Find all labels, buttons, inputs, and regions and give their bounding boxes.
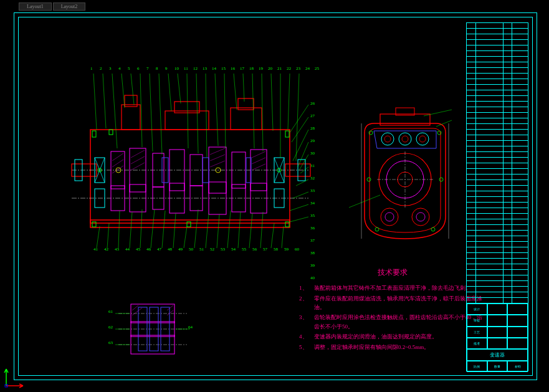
tab-layout1[interactable]: Layout1 xyxy=(19,2,52,11)
side-section-view xyxy=(343,105,467,248)
svg-line-91 xyxy=(299,155,308,170)
svg-point-128 xyxy=(416,133,429,145)
parts-list-row xyxy=(467,146,528,152)
svg-line-106 xyxy=(194,209,198,248)
svg-line-64 xyxy=(93,74,97,130)
parts-list-row xyxy=(467,186,528,191)
svg-point-123 xyxy=(385,213,394,221)
parts-list-row xyxy=(467,107,528,113)
parts-list-row xyxy=(467,287,528,292)
svg-line-89 xyxy=(293,130,308,161)
callout-number: 26 xyxy=(310,101,315,106)
svg-rect-5 xyxy=(165,111,209,130)
svg-line-100 xyxy=(130,212,132,248)
callout-number: 18 xyxy=(249,66,254,71)
callout-number: 2 xyxy=(100,66,102,71)
svg-point-127 xyxy=(399,133,411,145)
callout-number: 9 xyxy=(165,66,168,71)
svg-line-33 xyxy=(112,166,123,173)
callout-number: 36 xyxy=(310,226,315,231)
callout-number: 1 xyxy=(90,66,93,71)
svg-line-40 xyxy=(252,151,265,158)
callout-number: 34 xyxy=(310,201,315,206)
svg-line-99 xyxy=(118,211,120,248)
svg-line-35 xyxy=(131,156,145,164)
parts-list-row xyxy=(467,281,528,287)
callout-number: 27 xyxy=(310,113,315,118)
callout-number: 11 xyxy=(184,66,188,71)
callout-number: 49 xyxy=(178,247,183,252)
callout-number: 31 xyxy=(310,163,315,168)
svg-line-114 xyxy=(282,226,284,248)
svg-line-113 xyxy=(271,223,274,248)
parts-list-row xyxy=(467,203,528,208)
svg-line-95 xyxy=(290,204,308,211)
callout-number: 6 xyxy=(137,66,140,71)
callout-number: 44 xyxy=(125,247,130,252)
callout-number: 25 xyxy=(315,66,319,71)
callout-number: 58 xyxy=(274,247,278,252)
svg-line-81 xyxy=(252,74,254,148)
drawing-frame-inner: 1234567891011121314151617181920212223242… xyxy=(18,17,533,376)
svg-line-80 xyxy=(243,74,244,102)
svg-line-77 xyxy=(215,74,218,146)
callout-number: 47 xyxy=(157,247,161,252)
drawing-title: 变速器 xyxy=(467,349,528,360)
svg-point-137 xyxy=(431,227,435,231)
svg-line-102 xyxy=(151,209,155,248)
svg-point-124 xyxy=(412,208,429,226)
parts-list-row xyxy=(467,57,528,62)
svg-point-125 xyxy=(416,213,425,221)
svg-line-75 xyxy=(196,74,198,153)
callout-number: 3 xyxy=(109,66,112,71)
callout-number: 24 xyxy=(305,66,310,71)
svg-line-107 xyxy=(206,214,209,248)
callout-number: 19 xyxy=(259,66,263,71)
parts-list xyxy=(467,23,528,304)
title-block-main: 设计 审核 工艺 批准 变速器 比例数量材料 xyxy=(467,304,528,372)
parts-list-row xyxy=(467,62,528,68)
svg-rect-2 xyxy=(90,220,290,227)
svg-line-94 xyxy=(293,192,308,198)
svg-line-32 xyxy=(112,160,123,167)
svg-line-68 xyxy=(131,74,134,105)
callout-number: 23 xyxy=(296,66,300,71)
callout-number: 20 xyxy=(268,66,272,71)
callout-number: 5 xyxy=(128,66,130,71)
callout-number: 14 xyxy=(212,66,216,71)
svg-line-101 xyxy=(140,209,142,248)
callout-number: 41 xyxy=(93,247,98,252)
parts-list-row xyxy=(467,124,528,130)
callout-aux-1: 61 xyxy=(108,309,113,314)
title-block: 设计 审核 工艺 批准 变速器 比例数量材料 xyxy=(466,22,528,371)
svg-line-67 xyxy=(122,74,125,108)
svg-line-97 xyxy=(97,226,100,248)
svg-rect-53 xyxy=(285,131,289,137)
notes-item: 2、零件应在装配前用煤油清洗，轴承用汽车清洗干净，晾干后装面应涂油。 xyxy=(299,294,486,312)
svg-point-129 xyxy=(384,136,391,142)
parts-list-row xyxy=(467,118,528,124)
callout-number: 59 xyxy=(284,247,289,252)
svg-line-42 xyxy=(252,164,265,170)
svg-line-83 xyxy=(271,74,273,131)
callout-number: 37 xyxy=(310,238,315,243)
svg-rect-7 xyxy=(231,108,262,130)
parts-list-row xyxy=(467,253,528,259)
parts-list-row xyxy=(467,102,528,107)
svg-point-135 xyxy=(439,178,443,181)
tab-layout2[interactable]: Layout2 xyxy=(53,2,86,11)
callout-number: 16 xyxy=(231,66,235,71)
callout-number: 33 xyxy=(310,188,315,193)
parts-list-row xyxy=(467,113,528,118)
callout-number: 22 xyxy=(287,66,291,71)
parts-list-row xyxy=(467,259,528,264)
svg-line-85 xyxy=(288,74,290,130)
parts-list-row xyxy=(467,141,528,146)
callout-number: 12 xyxy=(193,66,198,71)
parts-list-row xyxy=(467,45,528,51)
callout-number: 60 xyxy=(295,247,299,252)
parts-list-row xyxy=(467,264,528,270)
callout-number: 15 xyxy=(221,66,226,71)
svg-line-65 xyxy=(103,74,106,128)
svg-line-70 xyxy=(150,74,153,151)
